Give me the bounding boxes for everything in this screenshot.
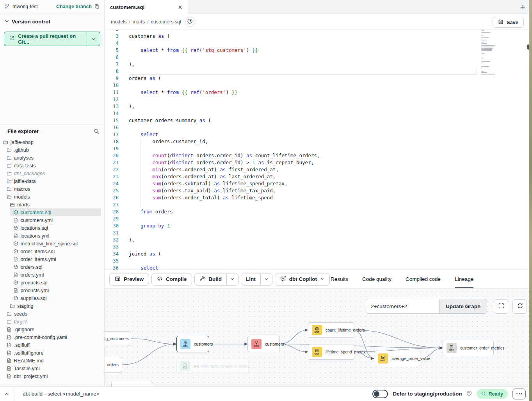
file-item-order-items-sql[interactable]: order_items.sql [0,247,104,255]
code-line-3[interactable]: 3customers as ( [105,33,532,40]
lineage-node-partial_node[interactable] [111,381,152,386]
code-line-6[interactable]: 6 [105,54,532,61]
file-item-customers-sql[interactable]: customers.sql [10,208,101,216]
search-icon[interactable] [94,128,100,134]
lineage-node-stg_customers[interactable]: stg_customers [105,331,131,346]
help-icon[interactable] [466,390,472,397]
lineage-selector-input[interactable] [366,299,439,314]
code-line-23[interactable]: 23 max(orders.ordered_at) as last_ordere… [105,173,532,180]
file-item--gitignore[interactable]: .gitignore [0,325,104,333]
code-editor[interactable]: 23customers as (45 select * from {{ ref(… [105,30,532,270]
file-item-products-sql[interactable]: products.sql [0,279,104,286]
build-button[interactable]: Build [195,273,226,285]
preview-button[interactable]: Preview [109,273,149,286]
lineage-node-average_order_value[interactable]: METaverage_order_value [374,351,420,366]
file-item--sqlfluffignore[interactable]: .sqlfluffignore [0,349,104,357]
file-item-jaffle-data[interactable]: jaffle-data [0,177,104,185]
code-line-9[interactable]: 9orders as ( [105,75,532,82]
more-options-button[interactable] [512,389,526,399]
code-line-25[interactable]: 25 sum(orders.tax_paid) as lifetime_tax_… [105,187,532,194]
tab-code-quality[interactable]: Code quality [362,270,391,288]
lineage-node-orders[interactable]: orders [105,357,122,373]
file-item-products-yml[interactable]: products.yml [0,286,104,294]
file-item-order-items-yml[interactable]: order_items.yml [0,255,104,263]
create-pr-button[interactable]: Create a pull request on Git... [4,32,100,46]
code-line-35[interactable]: 35 [105,257,532,264]
code-line-28[interactable]: 28 from orders [105,208,532,215]
lineage-node-customer_order_metrics[interactable]: QRYcustomer_order_metrics [443,340,494,356]
file-item-dbt-packages[interactable]: dbt_packages [0,169,104,177]
code-line-15[interactable]: 15customer_orders_summary as ( [105,117,532,124]
code-line-8[interactable]: 8 [105,68,532,75]
file-item-target[interactable]: target [0,318,104,325]
lineage-node-test_order_items[interactable]: TSTtest_order_items_compute_to_bools... [176,358,249,374]
file-item-analyses[interactable]: analyses [0,154,104,161]
code-line-4[interactable]: 4 [105,40,532,47]
file-item-dbt-project-yml[interactable]: dbt_project.yml [0,372,104,380]
code-line-21[interactable]: 21 count(distinct orders.order_id) > 1 a… [105,159,532,166]
file-item-readme-md[interactable]: README.md [0,357,104,364]
file-item-marts[interactable]: marts [0,200,104,208]
code-line-36[interactable]: 36 select [105,264,532,270]
file-item-seeds[interactable]: seeds [0,310,104,318]
code-line-10[interactable]: 10 [105,82,532,89]
file-item-macros[interactable]: macros [0,185,104,193]
code-line-5[interactable]: 5 select * from {{ ref('stg_customers') … [105,47,532,54]
code-line-27[interactable]: 27 [105,201,532,208]
new-tab-button[interactable] [519,3,527,11]
close-tab-icon[interactable] [178,4,182,11]
file-explorer-header[interactable]: File explorer [0,124,104,137]
tab-results[interactable]: Results [331,270,348,288]
code-line-29[interactable]: 29 [105,215,532,222]
version-control-header[interactable]: Version control [0,13,104,28]
fullscreen-button[interactable] [494,299,508,314]
code-line-16[interactable]: 16 [105,124,532,131]
copy-icon[interactable] [94,4,100,9]
lint-dropdown-button[interactable] [260,273,272,285]
tab-compiled-code[interactable]: Compiled code [406,270,441,288]
code-line-7[interactable]: 7), [105,61,532,68]
file-item-orders-sql[interactable]: orders.sql [0,263,104,271]
code-line-30[interactable]: 30 group by 1 [105,222,532,229]
change-branch-link[interactable]: Change branch [56,4,92,9]
create-pr-dropdown-button[interactable] [87,32,100,46]
lineage-node-customers_model[interactable]: MDLcustomers [176,336,209,352]
file-item-orders-yml[interactable]: orders.yml [0,271,104,279]
file-item-taskfile-yml[interactable]: Taskfile.yml [0,364,104,372]
compile-button[interactable]: Compile [151,273,192,286]
defer-toggle[interactable] [372,390,388,398]
command-input[interactable]: dbt build --select <model_name> [23,391,372,397]
file-item-customers-yml[interactable]: customers.yml [0,216,104,224]
update-graph-button[interactable]: Update Graph [439,299,487,314]
lineage-panel[interactable]: stg_customersordersMDLcustomersTSTtest_o… [105,289,532,386]
file-item-locations-yml[interactable]: locations.yml [0,232,104,240]
code-line-22[interactable]: 22 min(orders.ordered_at) as first_order… [105,166,532,173]
code-line-14[interactable]: 14 [105,110,532,117]
code-line-18[interactable]: 18 orders.customer_id, [105,138,532,145]
code-line-2[interactable]: 2 [105,30,532,33]
build-dropdown-button[interactable] [226,273,238,285]
file-item-supplies-sql[interactable]: supplies.sql [0,294,104,302]
file-item-locations-sql[interactable]: locations.sql [0,224,104,232]
code-line-19[interactable]: 19 [105,145,532,152]
code-line-32[interactable]: 32), [105,236,532,243]
expand-command-bar-button[interactable] [0,387,13,401]
lineage-node-customers_semantic[interactable]: SEMcustomers [247,336,280,352]
file-item--github[interactable]: .github [0,146,104,154]
copilot-explain-button[interactable] [185,17,195,27]
code-line-13[interactable]: 13), [105,103,532,110]
file-item-jaffle-shop[interactable]: jaffle-shop [0,138,104,146]
lint-button[interactable]: Lint [241,273,260,285]
lineage-node-lifetime_spend_pretax[interactable]: METlifetime_spend_pretax [308,344,354,360]
file-item-metricflow-time-spine-sql[interactable]: metricflow_time_spine.sql [0,240,104,247]
file-item-data-tests[interactable]: data-tests [0,161,104,169]
code-line-12[interactable]: 12 [105,96,532,103]
file-item--sqlfluff[interactable]: .sqlfluff [0,341,104,349]
code-line-33[interactable]: 33 [105,243,532,250]
refresh-button[interactable] [512,299,527,314]
editor-minimap[interactable] [481,30,512,76]
code-line-26[interactable]: 26 sum(orders.order_total) as lifetime_s… [105,194,532,201]
code-line-24[interactable]: 24 sum(orders.subtotal) as lifetime_spen… [105,180,532,187]
tab-customers-sql[interactable]: customers.sql [105,0,188,14]
file-item-models[interactable]: models [0,193,104,200]
